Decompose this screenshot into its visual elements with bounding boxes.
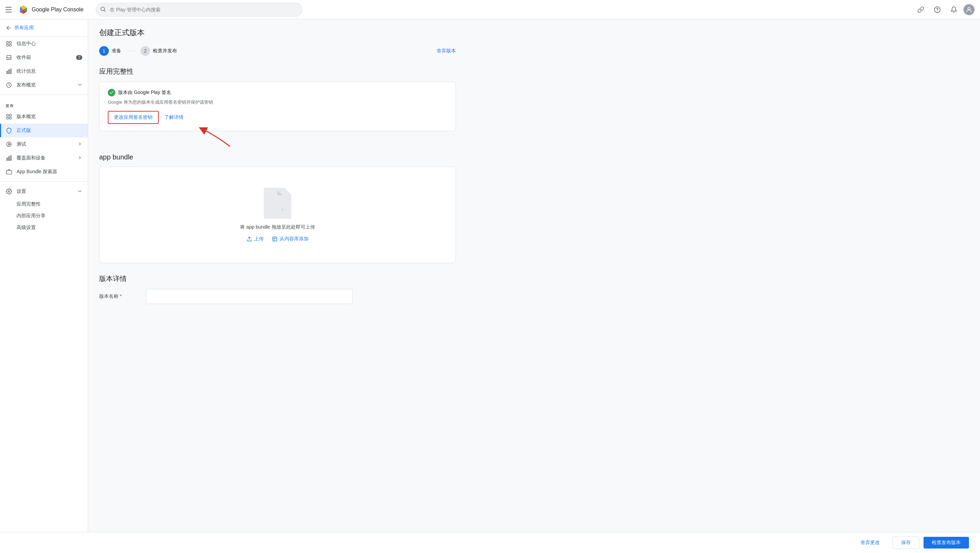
integrity-actions: 更改应用签名密钥 了解详情 <box>108 111 447 124</box>
sidebar-item-testing[interactable]: 测试 <box>0 137 88 151</box>
help-icon-button[interactable] <box>931 3 944 16</box>
upload-label: 上传 <box>254 236 264 242</box>
file-shape-icon <box>267 191 284 211</box>
topbar-actions <box>914 3 975 16</box>
sidebar-item-production[interactable]: 正式版 <box>0 124 88 137</box>
svg-rect-9 <box>10 44 11 46</box>
svg-rect-6 <box>6 41 8 43</box>
svg-point-4 <box>937 11 938 11</box>
discard-changes-button[interactable]: 舍弃更改 <box>852 537 888 549</box>
account-icon <box>966 6 972 13</box>
sidebar-item-advanced-label: 高级设置 <box>16 224 36 230</box>
search-bar <box>96 3 302 16</box>
help-icon <box>934 6 941 13</box>
version-details-section: 版本详情 版本名称 * <box>99 274 456 304</box>
add-from-library-button[interactable]: 从内容库添加 <box>272 236 309 242</box>
version-details-title: 版本详情 <box>99 274 456 283</box>
step-2-circle: 2 <box>140 46 150 56</box>
version-name-label: 版本名称 * <box>99 293 140 300</box>
link-icon-button[interactable] <box>914 3 928 16</box>
sidebar-item-app-integrity-label: 应用完整性 <box>16 201 41 207</box>
svg-rect-10 <box>6 71 8 74</box>
bundle-drop-zone[interactable]: .AAB 将 app bundle 拖放至此处即可上传 上传 <box>99 167 456 263</box>
sidebar-divider-2 <box>0 181 88 182</box>
version-name-input[interactable] <box>146 289 353 304</box>
link-icon <box>917 6 924 13</box>
svg-line-2 <box>104 10 105 11</box>
step-divider <box>127 51 135 51</box>
topbar-logo[interactable]: Google Play Console <box>18 4 83 15</box>
menu-icon[interactable] <box>5 5 14 14</box>
sidebar-item-dashboard[interactable]: 信息中心 <box>0 37 88 51</box>
sidebar-item-internal-sharing[interactable]: 内部应用分享 <box>0 210 88 222</box>
abandon-link[interactable]: 舍弃版本 <box>437 48 456 54</box>
steps-bar: 1 准备 2 检查并发布 舍弃版本 <box>99 46 456 56</box>
publish-section-label: 发布 <box>0 98 88 110</box>
publishing-expand-icon <box>78 82 82 88</box>
version-name-row: 版本名称 * <box>99 289 456 304</box>
svg-rect-22 <box>10 156 11 160</box>
arrow-annotation <box>99 136 456 153</box>
svg-rect-20 <box>6 158 8 160</box>
upload-button[interactable]: 上传 <box>247 236 264 242</box>
sidebar-item-app-bundle[interactable]: App Bundle 探索器 <box>0 165 88 179</box>
inbox-icon <box>5 54 13 61</box>
sidebar-item-coverage[interactable]: 覆盖面和设备 <box>0 151 88 165</box>
svg-rect-14 <box>6 114 8 116</box>
check-circle-icon <box>108 89 115 96</box>
svg-rect-21 <box>9 157 10 160</box>
bar-chart-icon <box>5 68 13 75</box>
notifications-icon-button[interactable] <box>947 3 961 16</box>
bundle-drop-text: 将 app bundle 拖放至此处即可上传 <box>240 224 315 230</box>
sidebar-item-app-integrity[interactable]: 应用完整性 <box>0 198 88 210</box>
signed-label: 版本由 Google Play 签名 <box>118 89 171 96</box>
learn-more-link[interactable]: 了解详情 <box>164 114 183 121</box>
sidebar-item-inbox-label: 收件箱 <box>16 54 31 60</box>
sidebar-item-release-overview-label: 版本概览 <box>16 114 36 120</box>
sidebar: 所有应用 信息中心 收件箱 7 统计信息 发布概览 <box>0 19 88 532</box>
inbox-badge: 7 <box>76 55 82 60</box>
step-1: 1 准备 <box>99 46 121 56</box>
sidebar-item-stats[interactable]: 统计信息 <box>0 64 88 78</box>
sidebar-item-app-bundle-label: App Bundle 探索器 <box>16 169 57 175</box>
save-button[interactable]: 保存 <box>892 537 920 549</box>
sidebar-item-stats-label: 统计信息 <box>16 68 36 75</box>
required-marker: * <box>120 293 122 299</box>
sidebar-item-internal-sharing-label: 内部应用分享 <box>16 213 45 218</box>
integrity-description: Google 将为您的版本生成应用签名密钥并保护该密钥 <box>108 99 447 105</box>
sidebar-item-inbox[interactable]: 收件箱 7 <box>0 51 88 64</box>
upload-icon <box>247 236 252 242</box>
step-2: 2 检查并发布 <box>140 46 177 56</box>
sidebar-item-settings[interactable]: 设置 <box>0 184 88 198</box>
settings-expand-icon <box>78 189 82 195</box>
sidebar-item-release-overview[interactable]: 版本概览 <box>0 110 88 124</box>
review-button[interactable]: 检查发布版本 <box>924 537 969 548</box>
svg-rect-26 <box>273 237 277 241</box>
step-1-circle: 1 <box>99 46 109 56</box>
step-2-label: 检查并发布 <box>153 48 177 54</box>
shield-icon <box>5 127 13 134</box>
bottom-bar: 舍弃更改 保存 检查发布版本 <box>0 532 980 553</box>
bundle-section-title: app bundle <box>99 153 456 161</box>
layout: 所有应用 信息中心 收件箱 7 统计信息 发布概览 <box>0 19 980 532</box>
sidebar-item-publishing[interactable]: 发布概览 <box>0 78 88 92</box>
sidebar-item-advanced[interactable]: 高级设置 <box>0 222 88 234</box>
avatar[interactable] <box>964 4 975 15</box>
add-from-library-label: 从内容库添加 <box>280 236 309 242</box>
step-1-label: 准备 <box>111 48 121 54</box>
search-input[interactable] <box>96 3 302 16</box>
sidebar-back-button[interactable]: 所有应用 <box>0 19 88 37</box>
sidebar-item-publishing-label: 发布概览 <box>16 82 36 88</box>
change-key-button[interactable]: 更改应用签名密钥 <box>108 111 159 124</box>
coverage-icon <box>5 155 13 162</box>
coverage-expand-icon <box>78 155 82 161</box>
integrity-card: 版本由 Google Play 签名 Google 将为您的版本生成应用签名密钥… <box>99 82 456 131</box>
red-arrow-icon <box>196 126 237 150</box>
sidebar-item-testing-label: 测试 <box>16 141 26 147</box>
svg-rect-7 <box>10 41 11 43</box>
integrity-section-title: 应用完整性 <box>99 67 456 76</box>
bundle-section: app bundle .AAB 将 app bundle 拖放至此处即可上传 <box>99 153 456 263</box>
svg-point-24 <box>8 191 10 192</box>
library-icon <box>272 236 278 242</box>
aab-file-icon: .AAB <box>264 188 291 219</box>
